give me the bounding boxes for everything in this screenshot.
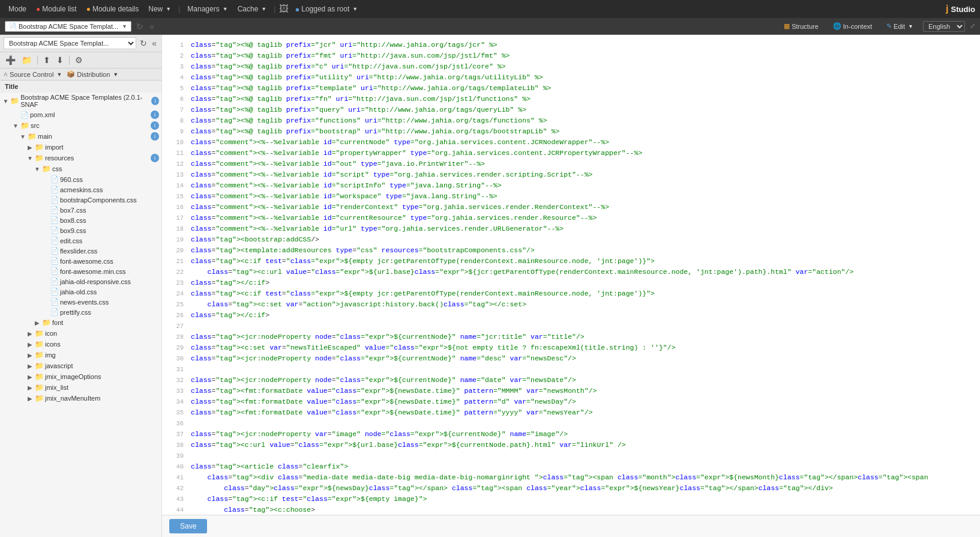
list-item[interactable]: ▼ 📁 main i — [0, 131, 161, 142]
line-number: 14 — [167, 180, 184, 190]
list-item[interactable]: ▶ 📄 box7.css — [0, 205, 161, 215]
template-selector[interactable]: 📄 Bootstrap ACME Space Templat... ▼ — [5, 21, 131, 32]
code-editor[interactable]: 1class="tag"><%@ taglib prefix="jcr" uri… — [162, 35, 980, 515]
list-item[interactable]: ▶ 📁 import — [0, 142, 161, 153]
cache-dropdown-arrow: ▼ — [261, 6, 266, 12]
new-menu[interactable]: New ▼ — [145, 4, 175, 14]
js-toggle[interactable]: ▶ — [26, 363, 34, 369]
line-content: class="tag"><c:if test="class="expr">${e… — [191, 256, 975, 267]
source-control-btn[interactable]: ⑃ Source Control ▼ — [4, 71, 62, 78]
sidebar-refresh-btn[interactable]: ↻ — [139, 37, 148, 49]
src-label: src — [31, 122, 40, 129]
main-toggle[interactable]: ▼ — [19, 133, 26, 140]
list-item[interactable]: ▶ 📄 jahia-old-responsive.css — [0, 276, 161, 287]
sidebar-collapse-btn[interactable]: « — [151, 37, 158, 49]
download-btn[interactable]: ⬇ — [55, 54, 65, 66]
line-content: class="comment"><%--%elvariable id="prop… — [191, 148, 975, 159]
list-item[interactable]: ▶ 📄 font-awesome.css — [0, 256, 161, 266]
line-number: 13 — [167, 169, 184, 180]
list-item[interactable]: ▶ 📁 jmix_navMenuItem — [0, 393, 161, 404]
settings-btn[interactable]: ⚙ — [73, 54, 85, 66]
icons-toggle[interactable]: ▶ — [26, 341, 34, 348]
add-file-btn[interactable]: ➕ — [4, 54, 17, 66]
cache-menu[interactable]: Cache ▼ — [234, 4, 271, 14]
sidebar: Bootstrap ACME Space Templat... ↻ « ➕ 📁 … — [0, 35, 162, 537]
file-icon-jo: 📄 — [50, 288, 59, 296]
in-context-view-btn[interactable]: 🌐 In-context — [828, 21, 877, 31]
jmix-nav-toggle[interactable]: ▶ — [26, 395, 34, 402]
file-icon-fa: 📄 — [50, 257, 59, 265]
code-line: 38class="tag"><c:url value="class="expr"… — [162, 440, 980, 451]
edit-view-btn[interactable]: ✎ Edit ▼ — [882, 21, 918, 31]
list-item[interactable]: ▶ 📄 jahia-old.css — [0, 287, 161, 297]
icon-toggle[interactable]: ▶ — [26, 330, 34, 337]
list-item[interactable]: ▶ 📁 icon — [0, 328, 161, 339]
list-item[interactable]: ▶ 📄 flexslider.css — [0, 246, 161, 256]
save-button[interactable]: Save — [169, 519, 207, 533]
jmix-img-label: jmix_imageOptions — [45, 373, 101, 380]
list-item[interactable]: ▶ 📄 news-events.css — [0, 297, 161, 307]
css-toggle[interactable]: ▼ — [34, 166, 41, 172]
sidebar-tree: ▼ 📁 Bootstrap ACME Space Templates (2.0.… — [0, 93, 161, 537]
line-content: class="tag"><c:set var="newsTitleEscaped… — [191, 342, 975, 353]
sidebar-project-select[interactable]: Bootstrap ACME Space Templat... — [4, 37, 136, 49]
line-number: 40 — [167, 461, 184, 472]
expand-icon[interactable]: ⤢ — [970, 22, 975, 30]
list-item[interactable]: ▶ 📁 img — [0, 350, 161, 360]
root-toggle[interactable]: ▼ — [2, 98, 9, 105]
list-item[interactable]: ▶ 📄 960.css — [0, 174, 161, 184]
list-item[interactable]: ▶ 📄 font-awesome.min.css — [0, 266, 161, 276]
list-item[interactable]: ▼ 📁 resources i — [0, 153, 161, 163]
upload-btn[interactable]: ⬆ — [41, 54, 52, 66]
js-folder-icon: 📁 — [35, 362, 44, 370]
module-list-menu[interactable]: ● Module list — [32, 4, 80, 14]
sidebar-top: Bootstrap ACME Space Templat... ↻ « — [0, 35, 161, 52]
list-item[interactable]: ▶ 📄 pom.xml i — [0, 109, 161, 120]
file-news: news-events.css — [60, 299, 109, 306]
list-item[interactable]: ▶ 📁 jmix_imageOptions — [0, 371, 161, 382]
list-item[interactable]: ▶ 📄 acmeskins.css — [0, 184, 161, 195]
line-number: 3 — [167, 61, 184, 71]
list-item[interactable]: ▼ 📁 css — [0, 163, 161, 174]
list-item[interactable]: ▶ 📄 box9.css — [0, 225, 161, 235]
mode-menu[interactable]: Mode — [5, 4, 30, 14]
code-line: 15class="comment"><%--%elvariable id="wo… — [162, 191, 980, 202]
distribution-btn[interactable]: 📦 Distribution ▼ — [67, 70, 118, 78]
structure-view-btn[interactable]: ▦ Structure — [779, 21, 823, 31]
img-folder-icon: 📁 — [35, 351, 44, 359]
font-toggle[interactable]: ▶ — [34, 320, 41, 326]
list-item[interactable]: ▶ 📁 font — [0, 317, 161, 328]
code-line: 5class="tag"><%@ taglib prefix="template… — [162, 83, 980, 94]
managers-menu[interactable]: Managers ▼ — [184, 4, 231, 14]
file-icon-jor: 📄 — [50, 278, 59, 285]
language-select[interactable]: English French German — [923, 21, 965, 32]
list-item[interactable]: ▶ 📄 edit.css — [0, 235, 161, 246]
list-item[interactable]: ▶ 📄 box8.css — [0, 215, 161, 225]
resources-toggle[interactable]: ▼ — [26, 155, 34, 162]
img-toggle[interactable]: ▶ — [26, 352, 34, 359]
code-line: 35class="tag"><fmt:formatDate value="cla… — [162, 407, 980, 418]
list-item[interactable]: ▼ 📁 src i — [0, 120, 161, 131]
content-area: 1class="tag"><%@ taglib prefix="jcr" uri… — [162, 35, 980, 537]
module-details-menu[interactable]: ● Module details — [83, 4, 143, 14]
line-number: 9 — [167, 126, 184, 136]
line-content: class="day">class="expr">${newsDay}class… — [191, 483, 975, 494]
jmix-list-toggle[interactable]: ▶ — [26, 384, 34, 391]
file-icon-flex: 📄 — [50, 247, 59, 255]
line-content: class="tag"></c:if> — [191, 278, 975, 288]
logged-as-menu[interactable]: ● Logged as root ▼ — [291, 4, 361, 15]
refresh-btn[interactable]: ↻ — [135, 20, 145, 32]
list-item[interactable]: ▶ 📁 jmix_list — [0, 382, 161, 393]
list-item[interactable]: ▶ 📄 prettify.css — [0, 307, 161, 317]
add-folder-btn[interactable]: 📁 — [20, 54, 34, 66]
code-line: 24class="tag"><c:if test="class="expr">$… — [162, 288, 980, 299]
list-item[interactable]: ▶ 📁 javascript — [0, 360, 161, 371]
tree-root[interactable]: ▼ 📁 Bootstrap ACME Space Templates (2.0.… — [0, 93, 161, 109]
list-item[interactable]: ▶ 📁 icons — [0, 339, 161, 350]
collapse-btn[interactable]: « — [148, 20, 155, 32]
jmix-img-toggle[interactable]: ▶ — [26, 374, 34, 380]
src-toggle[interactable]: ▼ — [12, 123, 19, 129]
import-toggle[interactable]: ▶ — [26, 144, 34, 151]
list-item[interactable]: ▶ 📄 bootstrapComponents.css — [0, 195, 161, 205]
line-content: class="tag"><jcr:nodeProperty node="clas… — [191, 375, 975, 386]
